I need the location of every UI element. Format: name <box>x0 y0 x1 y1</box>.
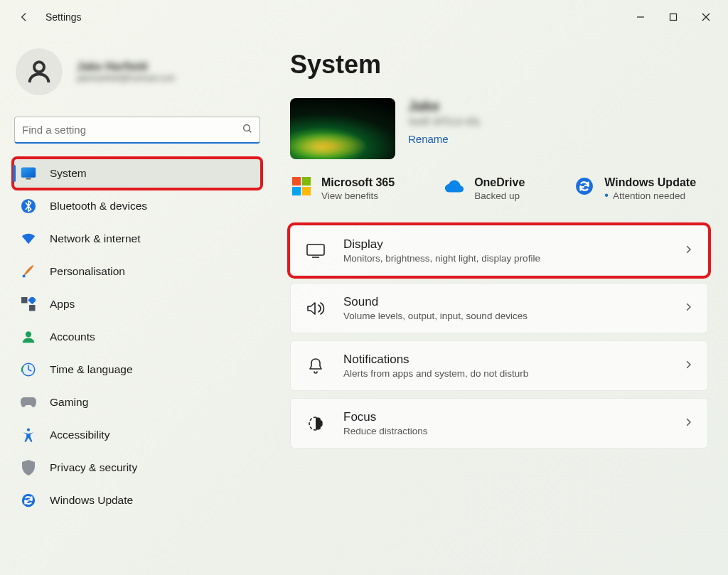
svg-point-11 <box>23 274 26 277</box>
back-button[interactable] <box>13 6 36 28</box>
sidebar: Jake Harfield jakeharfield@hotmail.com S… <box>13 40 269 575</box>
setting-sub: Reduce distractions <box>343 426 428 436</box>
sidebar-item-label: Windows Update <box>50 494 133 507</box>
page-heading: System <box>290 50 708 80</box>
bell-icon <box>305 358 326 375</box>
status-sub: Backed up <box>474 190 525 201</box>
status-title: Windows Update <box>604 176 696 189</box>
setting-title: Sound <box>343 295 528 309</box>
update-icon <box>20 492 37 509</box>
sidebar-item-label: Gaming <box>50 396 88 409</box>
sound-icon <box>305 301 326 316</box>
setting-display[interactable]: Display Monitors, brightness, night ligh… <box>290 225 708 276</box>
svg-point-19 <box>576 178 593 195</box>
setting-title: Focus <box>343 410 428 424</box>
status-m365[interactable]: Microsoft 365 View benefits <box>291 176 395 201</box>
profile-email: jakeharfield@hotmail.com <box>77 73 175 83</box>
status-row: Microsoft 365 View benefits OneDrive Bac… <box>290 176 708 201</box>
maximize-button[interactable] <box>657 3 690 31</box>
svg-point-5 <box>244 125 250 131</box>
svg-rect-12 <box>21 297 28 303</box>
sidebar-item-label: System <box>50 167 87 180</box>
svg-rect-14 <box>28 297 36 304</box>
svg-rect-13 <box>29 305 36 311</box>
status-sub: View benefits <box>321 190 395 201</box>
titlebar: Settings <box>0 0 728 34</box>
chevron-right-icon <box>683 417 693 430</box>
wifi-icon <box>20 230 37 247</box>
sidebar-item-update[interactable]: Windows Update <box>13 485 262 516</box>
chevron-right-icon <box>683 302 693 315</box>
main-panel: System Jake Swift SF514-45L Rename Micro… <box>269 40 722 575</box>
focus-icon <box>305 415 326 432</box>
sidebar-item-label: Accessibility <box>50 429 109 441</box>
device-model: Swift SF514-45L <box>408 116 482 127</box>
sidebar-item-system[interactable]: System <box>13 158 262 189</box>
account-icon <box>20 328 37 345</box>
status-onedrive[interactable]: OneDrive Backed up <box>444 176 525 201</box>
sidebar-item-label: Bluetooth & devices <box>50 200 147 213</box>
svg-rect-1 <box>670 14 677 21</box>
system-icon <box>20 165 37 182</box>
svg-point-17 <box>27 429 30 431</box>
search-input[interactable] <box>14 117 260 144</box>
apps-icon <box>20 296 37 313</box>
accessibility-icon <box>20 426 37 444</box>
status-title: Microsoft 365 <box>321 176 395 189</box>
windows-update-icon <box>574 176 594 196</box>
display-icon <box>305 243 326 259</box>
microsoft-logo-icon <box>291 176 311 196</box>
search-box[interactable] <box>14 117 260 144</box>
brush-icon <box>20 263 37 280</box>
rename-link[interactable]: Rename <box>408 133 449 145</box>
svg-point-15 <box>26 331 31 337</box>
sidebar-item-label: Privacy & security <box>50 461 137 474</box>
setting-sound[interactable]: Sound Volume levels, output, input, soun… <box>290 283 708 333</box>
svg-rect-9 <box>26 178 31 179</box>
sidebar-item-label: Accounts <box>50 331 95 343</box>
device-name: Jake <box>408 98 482 114</box>
status-update[interactable]: Windows Update Attention needed <box>574 176 696 201</box>
sidebar-item-accounts[interactable]: Accounts <box>13 321 262 353</box>
svg-line-6 <box>249 130 251 132</box>
sidebar-item-bluetooth[interactable]: Bluetooth & devices <box>13 190 262 222</box>
sidebar-item-label: Apps <box>50 298 75 311</box>
minimize-button[interactable] <box>624 3 657 31</box>
sidebar-item-label: Time & language <box>50 363 133 376</box>
status-title: OneDrive <box>474 176 525 189</box>
profile[interactable]: Jake Harfield jakeharfield@hotmail.com <box>13 40 262 117</box>
sidebar-nav: System Bluetooth & devices Network & int… <box>13 158 262 516</box>
sidebar-item-network[interactable]: Network & internet <box>13 223 262 254</box>
bluetooth-icon <box>20 198 37 215</box>
svg-rect-8 <box>21 168 36 178</box>
shield-icon <box>20 459 37 476</box>
sidebar-item-personalisation[interactable]: Personalisation <box>13 256 262 287</box>
avatar <box>16 48 63 95</box>
sidebar-item-accessibility[interactable]: Accessibility <box>13 419 262 451</box>
sidebar-item-apps[interactable]: Apps <box>13 289 262 320</box>
chevron-right-icon <box>683 360 693 372</box>
chevron-right-icon <box>683 244 693 257</box>
sidebar-item-label: Network & internet <box>50 232 141 245</box>
setting-title: Display <box>343 237 540 252</box>
setting-notifications[interactable]: Notifications Alerts from apps and syste… <box>290 340 708 391</box>
gamepad-icon <box>20 394 37 411</box>
setting-sub: Alerts from apps and system, do not dist… <box>343 368 528 379</box>
profile-name: Jake Harfield <box>77 60 175 73</box>
sidebar-item-time[interactable]: Time & language <box>13 354 262 385</box>
setting-sub: Volume levels, output, input, sound devi… <box>343 311 528 321</box>
device-info-row: Jake Swift SF514-45L Rename <box>290 98 708 159</box>
device-wallpaper <box>290 98 395 159</box>
setting-title: Notifications <box>343 353 528 367</box>
setting-sub: Monitors, brightness, night light, displ… <box>343 253 540 264</box>
setting-focus[interactable]: Focus Reduce distractions <box>290 398 708 448</box>
sidebar-item-privacy[interactable]: Privacy & security <box>13 452 262 483</box>
sidebar-item-label: Personalisation <box>50 265 125 278</box>
onedrive-icon <box>444 176 464 196</box>
svg-point-18 <box>22 494 35 507</box>
setting-list: Display Monitors, brightness, night ligh… <box>290 225 708 448</box>
sidebar-item-gaming[interactable]: Gaming <box>13 387 262 418</box>
app-title: Settings <box>46 11 82 23</box>
close-button[interactable] <box>690 3 722 31</box>
svg-point-4 <box>34 62 44 72</box>
